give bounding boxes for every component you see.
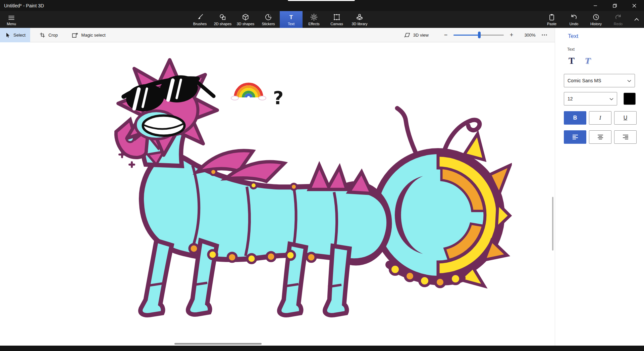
horizontal-scrollbar[interactable] [174,343,262,345]
crop-button[interactable]: Crop [35,28,62,42]
magic-select-button[interactable]: Magic select [67,28,110,42]
text-type-row: T T [565,54,644,67]
zoom-slider-thumb[interactable] [478,32,481,38]
italic-button[interactable]: I [589,111,611,125]
underline-label: U [624,115,628,121]
tab-text[interactable]: T Text [280,11,303,28]
brush-icon [196,13,204,21]
tab-label: Text [288,22,294,26]
undo-icon [570,13,578,21]
view-controls: 3D view − + 300% [399,28,555,42]
canvas-drawing: ? [106,54,512,322]
canvas-area[interactable]: ? [0,42,555,346]
tab-label: Brushes [193,22,207,26]
rainbow-sticker [231,84,266,100]
menu-button[interactable]: Menu [0,11,23,28]
tool-tabs: Brushes 2D shapes 3D shapes [189,11,371,28]
paste-icon [548,13,555,21]
action-label: History [590,22,602,26]
zoom-out-button[interactable]: − [441,32,451,39]
title-bar: Untitled* - Paint 3D [0,0,644,11]
minimize-icon [593,4,597,8]
3d-library-icon [356,13,363,21]
main-toolbar: Menu Brushes 2D shapes [0,11,644,28]
bold-label: B [573,115,577,121]
text-section-label: Text [567,47,644,52]
underline-button[interactable]: U [614,111,637,125]
close-icon [632,4,636,8]
close-button[interactable] [625,0,644,11]
tab-brushes[interactable]: Brushes [189,11,211,28]
history-icon [592,13,600,21]
3d-text-icon: T [584,56,592,65]
zoom-level: 300% [521,33,539,38]
action-label: Undo [570,22,578,26]
3d-view-button[interactable]: 3D view [399,28,433,42]
3d-view-label: 3D view [413,33,429,38]
align-center-icon [597,134,603,140]
redo-button[interactable]: Redo [607,11,629,28]
tab-effects[interactable]: Effects [303,11,325,28]
menu-icon [8,13,15,21]
2d-text-icon: T [569,56,575,66]
2d-shapes-icon [219,13,226,21]
font-family-value: Comic Sans MS [568,78,601,83]
3d-shapes-icon [242,13,249,21]
redo-icon [614,13,622,21]
question-mark: ? [273,87,283,108]
panel-title: Text [568,33,644,40]
2d-text-button[interactable]: T [565,54,578,67]
tab-label: Canvas [330,22,343,26]
more-options-button[interactable] [539,28,550,42]
vertical-scrollbar[interactable] [552,197,553,251]
chevron-up-icon [634,18,639,21]
align-right-icon [623,134,629,140]
undo-button[interactable]: Undo [563,11,585,28]
3d-text-button[interactable]: T [581,54,594,67]
tab-canvas[interactable]: Canvas [325,11,348,28]
crop-label: Crop [48,33,58,38]
tab-label: 3D shapes [237,22,255,26]
tab-3d-shapes[interactable]: 3D shapes [234,11,257,28]
tab-3d-library[interactable]: 3D library [348,11,371,28]
select-label: Select [13,33,25,38]
tab-label: 2D shapes [214,22,232,26]
chevron-down-icon [609,96,613,101]
font-family-dropdown[interactable]: Comic Sans MS [564,74,635,87]
tab-2d-shapes[interactable]: 2D shapes [211,11,234,28]
stickers-icon [265,13,272,21]
italic-label: I [599,115,601,121]
paste-button[interactable]: Paste [541,11,563,28]
collapse-toolbar-button[interactable] [629,11,644,28]
text-color-swatch[interactable] [624,93,636,105]
restore-button[interactable] [605,0,625,11]
toolbar-actions: Paste Undo History [541,11,629,28]
tab-label: Stickers [262,22,275,26]
paint3d-window: Untitled* - Paint 3D [0,0,644,351]
action-label: Redo [614,22,623,26]
select-cursor-icon [5,32,10,38]
history-button[interactable]: History [585,11,607,28]
zoom-slider-fill [453,35,479,36]
alignment-buttons-row [564,130,644,144]
effects-icon [310,13,318,21]
zoom-in-button[interactable]: + [506,32,517,39]
font-size-row: 12 [564,92,644,105]
tab-label: Effects [308,22,319,26]
font-size-dropdown[interactable]: 12 [564,92,617,105]
taskbar-edge [0,346,644,351]
window-controls [586,0,644,11]
align-right-button[interactable] [614,130,637,144]
align-left-button[interactable] [564,130,586,144]
chevron-down-icon [627,78,631,83]
menu-label: Menu [7,22,16,26]
crop-icon [40,32,45,38]
action-label: Paste [547,22,556,26]
bold-button[interactable]: B [564,111,586,125]
tab-stickers[interactable]: Stickers [257,11,280,28]
minimize-button[interactable] [586,0,605,11]
align-center-button[interactable] [589,130,611,144]
select-button[interactable]: Select [0,28,30,42]
canvas-icon [333,13,340,21]
zoom-slider[interactable] [453,31,504,39]
